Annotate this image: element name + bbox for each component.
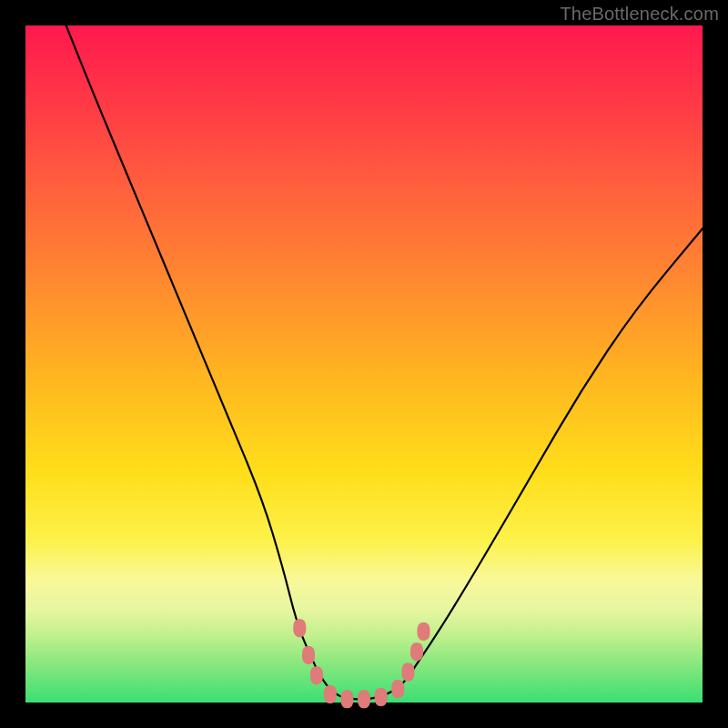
valley-marker bbox=[391, 680, 404, 698]
valley-marker bbox=[302, 646, 315, 664]
curve-layer bbox=[25, 25, 703, 703]
chart-stage: TheBottleneck.com bbox=[0, 0, 728, 728]
valley-marker bbox=[310, 666, 323, 684]
valley-marker bbox=[418, 622, 430, 641]
valley-marker bbox=[401, 663, 414, 682]
valley-marker bbox=[293, 619, 306, 637]
watermark-text: TheBottleneck.com bbox=[560, 4, 719, 25]
bottleneck-curve bbox=[66, 25, 703, 699]
plot-area bbox=[25, 25, 703, 703]
valley-marker bbox=[410, 642, 423, 661]
valley-marker bbox=[358, 690, 370, 708]
valley-marker bbox=[340, 690, 353, 708]
valley-marker bbox=[324, 685, 337, 703]
valley-marker bbox=[375, 688, 388, 706]
